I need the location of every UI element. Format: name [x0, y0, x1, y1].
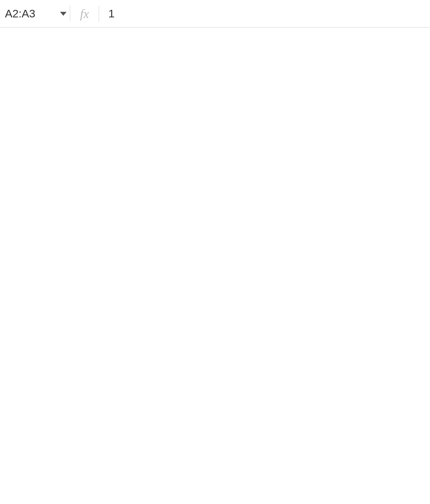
name-box[interactable]: A2:A3	[0, 0, 70, 27]
name-box-value: A2:A3	[5, 7, 35, 20]
formula-input[interactable]	[99, 0, 430, 27]
formula-bar: A2:A3 fx	[0, 0, 430, 28]
fx-icon[interactable]: fx	[70, 7, 99, 21]
dropdown-icon[interactable]	[60, 12, 67, 16]
